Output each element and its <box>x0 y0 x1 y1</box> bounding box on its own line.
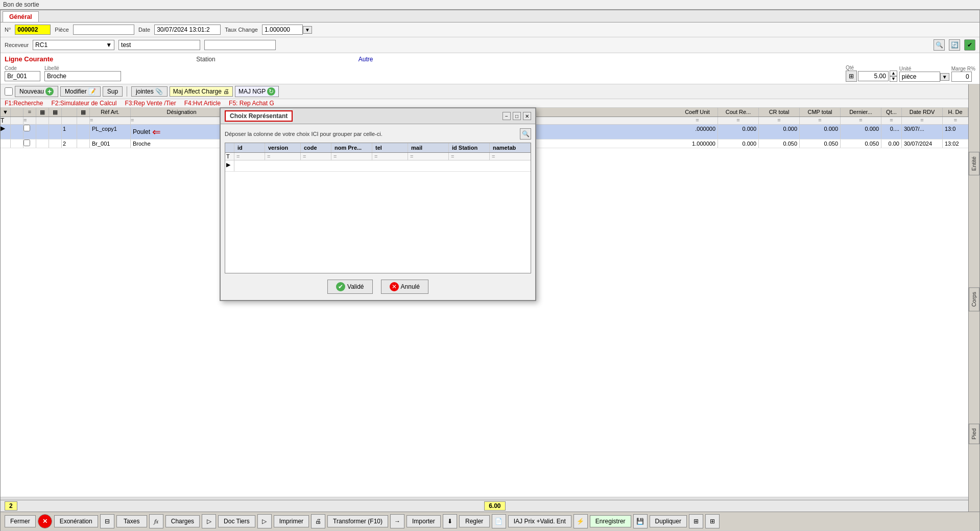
qte-down[interactable]: ▼ <box>890 76 897 82</box>
filter-cout: = <box>718 117 759 124</box>
dialog-search-icon[interactable]: 🔍 <box>520 128 531 140</box>
date-input[interactable] <box>154 25 221 35</box>
dialog-minimize-button[interactable]: − <box>503 112 511 120</box>
exoneration-icon[interactable]: ⊟ <box>100 514 114 528</box>
marge-label: Marge R% <box>951 66 975 72</box>
choix-representant-dialog[interactable]: Choix Représentant − □ ✕ Déposer la colo… <box>220 107 536 301</box>
transformer-icon[interactable]: → <box>390 514 404 528</box>
regler-button[interactable]: Regler <box>459 515 490 527</box>
col-cr-hdr: CR total <box>759 108 800 117</box>
exoneration-button[interactable]: Exonération <box>54 515 98 527</box>
unite-input[interactable] <box>899 72 940 82</box>
marge-input[interactable] <box>951 72 972 82</box>
row-cr: 0.000 <box>759 125 800 139</box>
taxes-icon[interactable]: 𝑓𝑥 <box>149 514 163 528</box>
importer-icon[interactable]: ⬇ <box>443 514 457 528</box>
receveur-name-input[interactable] <box>118 40 200 50</box>
iaj-icon[interactable]: ⚡ <box>573 514 588 528</box>
select-all-checkbox[interactable] <box>5 87 13 96</box>
ligne-courante-section: Ligne Courante Station Autre Code Libell… <box>1 53 979 84</box>
dialog-title: Choix Représentant <box>230 112 288 120</box>
filter-num2 <box>77 117 90 124</box>
row2-checkbox[interactable] <box>23 140 36 148</box>
receveur-extra-input[interactable] <box>204 40 276 50</box>
dialog-col-code: code <box>301 143 331 152</box>
filter-icon3 <box>36 117 49 124</box>
modifier-button[interactable]: Modifier 📝 <box>60 86 101 97</box>
filter-desig[interactable] <box>131 117 233 124</box>
shortcut-f2: F2:Simulateur de Calcul <box>51 100 116 107</box>
extra-icon[interactable]: ⊞ <box>705 514 720 528</box>
filter-icon4 <box>49 117 62 124</box>
qte-up[interactable]: ▲ <box>890 71 897 76</box>
row-expand2[interactable] <box>1 140 11 148</box>
row2-hde: 13:02 <box>943 140 968 148</box>
bottom-toolbar: Fermer ✕ Exonération ⊟ Taxes 𝑓𝑥 Charges … <box>1 512 979 530</box>
confirm-icon-btn[interactable]: ✔ <box>964 39 975 51</box>
libelle-input[interactable] <box>44 71 121 81</box>
nouveau-button[interactable]: Nouveau + <box>15 86 58 97</box>
col-num-hdr <box>62 108 77 117</box>
receveur-combo[interactable]: RC1 ▼ <box>33 40 114 50</box>
dialog-filter-code: = <box>301 153 331 160</box>
dupliquer-button[interactable]: Dupliquer <box>650 515 687 527</box>
fermer-button[interactable]: Fermer <box>5 515 36 527</box>
piece-input[interactable] <box>73 25 134 35</box>
row-ref: PL_copy1 <box>90 125 131 139</box>
charges-icon[interactable]: ▷ <box>202 514 216 528</box>
iaj-button[interactable]: IAJ Prix +Valid. Ent <box>508 515 571 527</box>
taxes-button[interactable]: Taxes <box>116 515 147 527</box>
transformer-label: Transformer (F10) <box>333 518 383 525</box>
maj-affect-charge-label: Maj Affect Charge <box>173 88 222 95</box>
no-label: N° <box>5 27 11 33</box>
taux-input[interactable] <box>262 25 303 35</box>
imprimer-button[interactable]: Imprimer <box>274 515 309 527</box>
filter-dernier: = <box>841 117 881 124</box>
validate-icon: ✔ <box>336 282 345 291</box>
fermer-x-icon[interactable]: ✕ <box>38 514 52 528</box>
doc-tiers-button[interactable]: Doc Tiers <box>218 515 255 527</box>
no-input[interactable] <box>15 25 51 35</box>
unite-dropdown[interactable]: ▼ <box>940 73 949 81</box>
corps-tab[interactable]: Corps <box>969 287 979 311</box>
enregistrer-button[interactable]: Enregistrer <box>590 515 631 527</box>
receveur-dropdown-icon[interactable]: ▼ <box>106 41 112 49</box>
dialog-empty-row: ▶ <box>225 160 531 172</box>
fermer-label: Fermer <box>10 518 30 525</box>
code-input[interactable] <box>5 71 40 81</box>
row-check1 <box>11 125 23 139</box>
iaj-label: IAJ Prix +Valid. Ent <box>514 518 566 525</box>
refresh-icon-btn[interactable]: 🔄 <box>949 39 960 51</box>
autre-label[interactable]: Autre <box>358 56 373 63</box>
transformer-button[interactable]: Transformer (F10) <box>327 515 388 527</box>
supprimer-button[interactable]: Sup <box>103 86 123 97</box>
jointes-button[interactable]: jointes 📎 <box>131 86 168 97</box>
validate-button[interactable]: ✔ Validé <box>327 280 372 294</box>
doc-tiers-icon[interactable]: ▷ <box>257 514 272 528</box>
copy-icon[interactable]: ⊞ <box>846 71 857 82</box>
qte-input[interactable] <box>858 71 889 81</box>
tab-general[interactable]: Général <box>3 11 39 22</box>
maj-ngp-button[interactable]: MAJ NGP ↻ <box>235 86 279 97</box>
row-expand[interactable]: ▶ <box>1 125 11 139</box>
row-count: 2 <box>5 501 17 511</box>
regler-icon[interactable]: 📄 <box>492 514 506 528</box>
enregistrer-icon[interactable]: 💾 <box>633 514 648 528</box>
importer-button[interactable]: Importer <box>407 515 441 527</box>
search-icon-btn[interactable]: 🔍 <box>934 39 945 51</box>
shortcut-f3: F3:Rep Vente /Tier <box>125 100 176 107</box>
entite-tab[interactable]: Entité <box>969 152 979 175</box>
taux-dropdown[interactable]: ▼ <box>303 26 312 34</box>
row-checkbox[interactable] <box>23 125 36 139</box>
validate-label: Validé <box>347 283 364 290</box>
pied-tab[interactable]: Pied <box>969 424 979 444</box>
dialog-row-expand[interactable]: ▶ <box>225 160 234 171</box>
dupliquer-icon[interactable]: ⊞ <box>689 514 703 528</box>
maj-affect-charge-button[interactable]: Maj Affect Charge 🖨 <box>170 86 233 97</box>
charges-button[interactable]: Charges <box>165 515 200 527</box>
imprimer-icon[interactable]: 🖨 <box>311 514 325 528</box>
dialog-maximize-button[interactable]: □ <box>513 112 521 120</box>
dialog-close-button[interactable]: ✕ <box>523 112 531 120</box>
cancel-button[interactable]: ✕ Annulé <box>381 280 428 294</box>
filter-ref[interactable] <box>90 117 131 124</box>
